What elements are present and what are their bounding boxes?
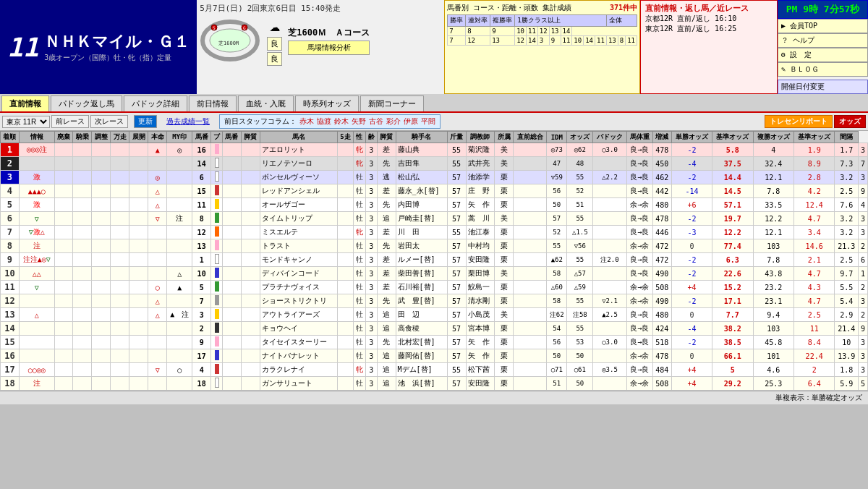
horse-name[interactable]: リエノテソーロ bbox=[260, 157, 337, 171]
win-odds: 38.5 bbox=[712, 336, 753, 349]
staff-ihara[interactable]: 伊原 bbox=[404, 116, 418, 127]
place-base-odds: 5.4 bbox=[835, 294, 859, 308]
date-change-button[interactable]: 開催日付変更 bbox=[778, 80, 868, 94]
my-print bbox=[167, 198, 192, 212]
horse-name[interactable]: タイセイスターリー bbox=[260, 336, 337, 349]
horse-name[interactable]: ガンサリュート bbox=[260, 377, 337, 391]
update-button[interactable]: 更新 bbox=[134, 115, 157, 128]
settings-button[interactable]: ⚙ 設 定 bbox=[778, 48, 868, 62]
horse-name[interactable]: アエロリット bbox=[260, 143, 337, 157]
horse-name[interactable]: ショーストリクトリ bbox=[260, 294, 337, 308]
blog-button[interactable]: ✎ ＢＬＯＧ bbox=[778, 62, 868, 77]
tore-report-button[interactable]: トレセンリポート bbox=[765, 115, 833, 128]
odds-value: ◎62 bbox=[567, 143, 593, 157]
belong: 美 bbox=[495, 267, 514, 281]
adjust-mark bbox=[92, 171, 111, 184]
interval: 2 bbox=[859, 239, 868, 253]
odds-button[interactable]: オッズ bbox=[834, 115, 866, 128]
five-runs bbox=[337, 294, 353, 308]
blinker bbox=[211, 377, 223, 391]
venue-select[interactable]: 東京 11R bbox=[2, 116, 50, 128]
th-weight: 斤量 bbox=[447, 132, 466, 143]
place-odds: 4.7 bbox=[793, 294, 834, 308]
trainer-name: 鮫島一 bbox=[466, 281, 494, 294]
horse-name[interactable]: アウトライアーズ bbox=[260, 308, 337, 322]
help-button[interactable]: ？ ヘルプ bbox=[778, 33, 868, 48]
interval: 7 bbox=[859, 157, 868, 171]
info-marks: 注 bbox=[19, 239, 54, 253]
win-odds: 14.5 bbox=[712, 184, 753, 198]
horse-name[interactable]: プラチナヴォイス bbox=[260, 281, 337, 294]
place-base-odds: 2.9 bbox=[835, 308, 859, 322]
chokuzen-total bbox=[514, 363, 547, 377]
tab-chokuzen[interactable]: 直前情報 bbox=[1, 95, 49, 111]
next-race-button[interactable]: 次レース bbox=[90, 115, 128, 128]
staff-suzuki[interactable]: 鈴木 bbox=[334, 116, 349, 127]
horse-name[interactable]: ミスエルテ bbox=[260, 226, 337, 239]
horse-name[interactable]: レッドアンシェル bbox=[260, 184, 337, 198]
gate-number: 10 bbox=[192, 267, 211, 281]
member-button[interactable]: ▶ 会員TOP bbox=[778, 19, 868, 33]
staff-yano[interactable]: 矢野 bbox=[352, 116, 366, 127]
odds-value: 48 bbox=[567, 157, 593, 171]
age: 3 bbox=[365, 308, 377, 322]
horse-name[interactable]: キョウヘイ bbox=[260, 322, 337, 336]
tab-paddock-kaeshi[interactable]: パドック返し馬 bbox=[51, 95, 122, 111]
info-marks: ▽ bbox=[19, 281, 54, 294]
chokuzen-total bbox=[514, 253, 547, 267]
staff-kyodo[interactable]: 協渡 bbox=[317, 116, 331, 127]
tab-odds[interactable]: 時系列オッズ bbox=[295, 95, 359, 111]
interval: 3 bbox=[859, 363, 868, 377]
horse-name[interactable]: タイムトリップ bbox=[260, 212, 337, 226]
tenkai-mark bbox=[129, 171, 148, 184]
horse-num2 bbox=[222, 226, 241, 239]
leg-quality bbox=[241, 308, 260, 322]
leg-type: 先 bbox=[377, 294, 396, 308]
horse-name[interactable]: モンドキャンノ bbox=[260, 253, 337, 267]
th-sex: 性 bbox=[353, 132, 365, 143]
analysis-button[interactable]: 馬場情報分析 bbox=[288, 41, 370, 55]
body-weight: 490 bbox=[652, 294, 671, 308]
my-print bbox=[167, 157, 192, 171]
stats-col3: 複勝率 bbox=[490, 15, 515, 27]
tab-newspaper[interactable]: 新聞コーナー bbox=[360, 95, 424, 111]
sex: 牡 bbox=[353, 267, 365, 281]
blinker bbox=[211, 184, 223, 198]
weather-icon: ☁ bbox=[270, 15, 280, 35]
leg-quality bbox=[241, 171, 260, 184]
tab-blood[interactable]: 血統・入厩 bbox=[238, 95, 294, 111]
blinker bbox=[211, 157, 223, 171]
horse-name[interactable]: ナイトバナレット bbox=[260, 349, 337, 363]
staff-furuya[interactable]: 古谷 bbox=[369, 116, 383, 127]
idm-value: ○71 bbox=[547, 363, 567, 377]
weight-change: 0 bbox=[671, 349, 712, 363]
th-withdraw: 廃棄 bbox=[54, 132, 73, 143]
tab-paddock-detail[interactable]: パドック詳細 bbox=[124, 95, 187, 111]
staff-saisuke[interactable]: 彩介 bbox=[386, 116, 401, 127]
body-weight: 424 bbox=[652, 322, 671, 336]
belong: 栗 bbox=[495, 171, 514, 184]
horse-name[interactable]: トラスト bbox=[260, 239, 337, 253]
honmei-mark: ▽ bbox=[148, 212, 167, 226]
jockey-weight: 57 bbox=[447, 322, 466, 336]
adjust-mark bbox=[92, 226, 111, 239]
horse-name[interactable]: ディバインコード bbox=[260, 267, 337, 281]
belong: 栗 bbox=[495, 184, 514, 198]
race-table: 着順 情報 廃棄 騎乗 調整 万走 展開 本命 MY印 馬番 ブ 馬番 脚質 馬… bbox=[0, 131, 868, 391]
history-link[interactable]: 過去成績一覧 bbox=[163, 116, 213, 127]
gate-number: 12 bbox=[192, 226, 211, 239]
honmei-mark bbox=[148, 226, 167, 239]
horse-name[interactable]: ボンセルヴィーソ bbox=[260, 171, 337, 184]
staff-akagi[interactable]: 赤木 bbox=[299, 116, 314, 127]
my-print: ▲ 注 bbox=[167, 308, 192, 322]
staff-hirama[interactable]: 平間 bbox=[421, 116, 435, 127]
odds-value: 53 bbox=[567, 336, 593, 349]
header-row-1: 着順 情報 廃棄 騎乗 調整 万走 展開 本命 MY印 馬番 ブ 馬番 脚質 馬… bbox=[1, 132, 868, 143]
chokuzen-total bbox=[514, 294, 547, 308]
horse-name[interactable]: カラクレナイ bbox=[260, 363, 337, 377]
prev-race-button[interactable]: 前レース bbox=[51, 115, 89, 128]
jockey-name: 内田博 bbox=[396, 198, 447, 212]
tab-zennitsu[interactable]: 前日情報 bbox=[189, 95, 237, 111]
race-date: 5月7日(日) bbox=[200, 3, 243, 14]
horse-name[interactable]: オールザゴー bbox=[260, 198, 337, 212]
